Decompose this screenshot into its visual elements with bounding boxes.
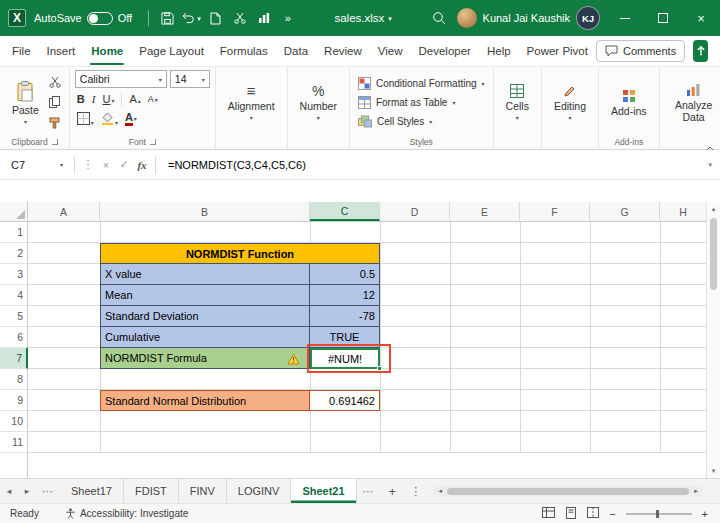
font-size-select[interactable]: 14 ▾ bbox=[170, 70, 210, 88]
cell-C4[interactable]: 12 bbox=[310, 285, 380, 306]
tab-developer[interactable]: Developer bbox=[411, 36, 479, 66]
column-header-g[interactable]: G bbox=[590, 202, 660, 221]
autosave-toggle[interactable]: AutoSave Off bbox=[34, 12, 132, 25]
column-header-f[interactable]: F bbox=[520, 202, 590, 221]
sheet-tab-fdist[interactable]: FDIST bbox=[124, 479, 179, 503]
format-as-table-button[interactable]: Format as Table ▾ bbox=[355, 93, 488, 112]
select-all-corner[interactable] bbox=[0, 202, 28, 221]
cell-B6[interactable]: Cumulative bbox=[100, 327, 310, 348]
accessibility-status[interactable]: Accessibility: Investigate bbox=[65, 508, 188, 519]
tab-home[interactable]: Home bbox=[83, 36, 131, 66]
zoom-in-button[interactable]: + bbox=[702, 508, 708, 520]
error-warning-button[interactable] bbox=[287, 351, 300, 369]
account-area[interactable]: Kunal Jai Kaushik KJ bbox=[457, 6, 600, 30]
save-button[interactable] bbox=[155, 4, 179, 32]
expand-formula-bar-icon[interactable]: ▾ bbox=[708, 161, 712, 169]
sheet-tab-sheet21[interactable]: Sheet21 bbox=[291, 479, 356, 503]
cell-B7[interactable]: NORMDIST Formula bbox=[100, 348, 310, 369]
bold-button[interactable]: B bbox=[77, 93, 85, 105]
cell-B9[interactable]: Standard Normal Distribution bbox=[100, 390, 310, 411]
cancel-entry-button[interactable]: × bbox=[97, 159, 115, 171]
maximize-button[interactable] bbox=[644, 0, 682, 36]
italic-button[interactable]: I bbox=[92, 93, 96, 105]
share-button[interactable] bbox=[693, 40, 708, 62]
row-header-9[interactable]: 9 bbox=[0, 390, 28, 411]
row-header-10[interactable]: 10 bbox=[0, 411, 28, 432]
tab-page-layout[interactable]: Page Layout bbox=[131, 36, 212, 66]
column-header-c[interactable]: C bbox=[310, 202, 380, 221]
format-painter-button[interactable] bbox=[49, 115, 61, 131]
borders-button[interactable]: ▾ bbox=[77, 112, 94, 126]
confirm-entry-button[interactable]: ✓ bbox=[115, 158, 133, 171]
font-name-select[interactable]: Calibri ▾ bbox=[75, 70, 167, 88]
search-button[interactable] bbox=[427, 4, 451, 32]
autosave-switch-icon[interactable] bbox=[87, 12, 113, 25]
cell-C9[interactable]: 0.691462 bbox=[310, 390, 380, 411]
row-header-11[interactable]: 11 bbox=[0, 432, 28, 453]
fill-color-button[interactable]: ▾ bbox=[101, 112, 118, 126]
number-button[interactable]: % Number ▾ bbox=[293, 70, 344, 135]
sheet-tab-finv[interactable]: FINV bbox=[179, 479, 227, 503]
column-header-a[interactable]: A bbox=[28, 202, 100, 221]
underline-button[interactable]: U▾ bbox=[102, 93, 114, 105]
row-header-6[interactable]: 6 bbox=[0, 327, 28, 348]
tab-file[interactable]: File bbox=[4, 36, 39, 66]
more-commands-button[interactable]: » bbox=[276, 4, 300, 32]
sheet-options-icon[interactable]: ⋮ bbox=[404, 485, 427, 498]
tab-data[interactable]: Data bbox=[276, 36, 316, 66]
tab-view[interactable]: View bbox=[370, 36, 411, 66]
alignment-button[interactable]: ≡ Alignment ▾ bbox=[221, 70, 282, 135]
tab-review[interactable]: Review bbox=[316, 36, 370, 66]
scroll-left-icon[interactable]: ◂ bbox=[433, 486, 447, 496]
zoom-slider-thumb[interactable] bbox=[656, 510, 659, 518]
column-header-d[interactable]: D bbox=[380, 202, 450, 221]
paste-dropdown-icon[interactable]: ▾ bbox=[24, 118, 27, 125]
name-box[interactable]: C7 ▾ bbox=[4, 154, 70, 176]
cell-B3[interactable]: X value bbox=[100, 264, 310, 285]
font-color-button[interactable]: A ▾ bbox=[125, 112, 137, 126]
row-header-1[interactable]: 1 bbox=[0, 222, 28, 243]
insert-function-button[interactable]: fx bbox=[133, 159, 151, 171]
vertical-scroll-thumb[interactable] bbox=[710, 218, 717, 290]
scroll-right-icon[interactable]: ▸ bbox=[689, 486, 703, 496]
column-header-e[interactable]: E bbox=[450, 202, 520, 221]
paste-button[interactable]: Paste ▾ bbox=[5, 70, 46, 135]
document-button[interactable] bbox=[204, 4, 228, 32]
cell-C5[interactable]: -78 bbox=[310, 306, 380, 327]
sheet-tab-sheet17[interactable]: Sheet17 bbox=[60, 479, 124, 503]
row-header-5[interactable]: 5 bbox=[0, 306, 28, 327]
column-header-h[interactable]: H bbox=[660, 202, 706, 221]
cells-button[interactable]: Cells ▾ bbox=[499, 70, 536, 135]
editing-button[interactable]: Editing ▾ bbox=[547, 70, 593, 135]
clipboard-dialog-launcher-icon[interactable] bbox=[52, 139, 58, 145]
tab-power-pivot[interactable]: Power Pivot bbox=[519, 36, 596, 66]
horizontal-scroll-thumb[interactable] bbox=[447, 488, 689, 495]
shrink-font-button[interactable]: A▾ bbox=[148, 94, 158, 104]
font-dialog-launcher-icon[interactable] bbox=[150, 139, 156, 145]
copy-button[interactable] bbox=[49, 94, 61, 110]
comments-button[interactable]: Comments bbox=[596, 40, 685, 62]
tab-insert[interactable]: Insert bbox=[39, 36, 84, 66]
tab-formulas[interactable]: Formulas bbox=[212, 36, 276, 66]
cell-C3[interactable]: 0.5 bbox=[310, 264, 380, 285]
scroll-up-icon[interactable]: ▴ bbox=[707, 202, 720, 216]
new-sheet-button[interactable]: + bbox=[381, 484, 405, 499]
cell-B2-title[interactable]: NORMDIST Function bbox=[100, 243, 380, 264]
formula-input[interactable]: =NORMDIST(C3,C4,C5,C6) bbox=[168, 159, 306, 171]
cell-styles-button[interactable]: Cell Styles ▾ bbox=[355, 112, 488, 131]
undo-button[interactable]: ▾ bbox=[179, 4, 204, 32]
analyze-data-button[interactable]: Analyze Data bbox=[665, 70, 720, 135]
more-sheets-left-icon[interactable]: ⋯ bbox=[36, 485, 60, 498]
addins-button[interactable]: Add-ins bbox=[604, 70, 654, 135]
prev-sheet-icon[interactable]: ◂ bbox=[0, 486, 18, 496]
page-layout-view-button[interactable] bbox=[565, 507, 577, 521]
row-header-4[interactable]: 4 bbox=[0, 285, 28, 306]
close-button[interactable]: × bbox=[682, 0, 720, 36]
zoom-out-button[interactable]: − bbox=[609, 508, 615, 520]
vertical-scrollbar[interactable]: ▴ ▾ bbox=[706, 202, 720, 478]
filename-dropdown-icon[interactable]: ▾ bbox=[388, 15, 392, 22]
tab-help[interactable]: Help bbox=[479, 36, 519, 66]
row-header-8[interactable]: 8 bbox=[0, 369, 28, 390]
row-header-7[interactable]: 7 bbox=[0, 348, 28, 369]
horizontal-scrollbar[interactable]: ◂ ▸ bbox=[433, 486, 703, 496]
